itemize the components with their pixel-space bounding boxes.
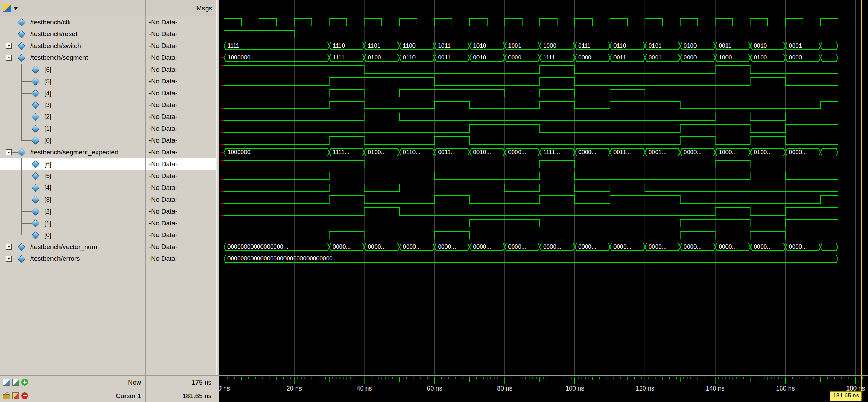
msgs-cell[interactable]: -No Data- [146,64,216,75]
signal-tree-subitem[interactable]: [4] [0,87,145,99]
bus-segment [540,54,575,62]
msgs-cell[interactable]: -No Data- [146,170,216,182]
cursor-row-icons [3,392,28,399]
msgs-cell[interactable]: -No Data- [146,75,216,87]
waveform-canvas[interactable]: 1111111011011100101110101001100001110110… [219,0,868,375]
cursor1-row[interactable]: Cursor 1 181.65 ns [0,389,219,402]
signal-tree-subitem[interactable]: [0] [0,135,145,146]
signal-tree-subitem[interactable]: [0] [0,229,145,241]
bus-segment [364,243,400,251]
msgs-header-label: Msgs [196,5,212,12]
bit-wave [224,231,838,239]
dropdown-caret-icon[interactable] [14,7,18,10]
bus-segment [224,54,329,62]
tree-connector [21,188,32,188]
add-icon[interactable] [21,379,28,386]
wave-logo-icon[interactable] [3,4,11,12]
tick-label: 80 ns [497,385,512,392]
tree-connector [21,223,32,224]
collapse-toggle[interactable]: - [6,149,12,155]
signal-tree-item[interactable]: /testbench/clk [0,16,145,28]
bus-segment [364,148,400,156]
tree-connector [12,58,18,58]
tick-label: 160 ns [776,385,795,392]
panel-splitter[interactable] [216,0,219,375]
tick-label: 120 ns [636,385,654,392]
tree-connector [21,229,22,235]
signal-diamond-icon [18,55,24,61]
cursor-time-box[interactable]: 181.65 ns [830,391,862,401]
insert-mode-icon[interactable] [12,379,19,386]
signal-name-label: [2] [44,208,51,215]
signal-diamond-icon [18,244,24,250]
signal-tree-subitem[interactable]: [5] [0,170,145,182]
remove-cursor-icon[interactable] [21,392,28,399]
signal-diamond-icon [18,19,24,25]
bus-segment [610,42,645,50]
bus-segment [715,243,750,251]
signal-name-label: [5] [44,172,51,180]
bit-wave [224,30,838,38]
signal-tree-item[interactable]: +/testbench/vector_num [0,241,145,253]
bus-segment [820,243,838,251]
signal-name-label: [4] [44,184,51,192]
edit-cursor-icon[interactable] [12,392,19,399]
msgs-column-header[interactable]: Msgs [146,0,216,16]
msgs-cell[interactable]: -No Data- [146,99,216,111]
signal-tree-item[interactable]: /testbench/reset [0,28,145,40]
signal-tree-subitem[interactable]: [2] [0,206,145,217]
collapse-toggle[interactable]: - [6,55,12,61]
signal-tree-subitem[interactable]: [2] [0,111,145,123]
signal-tree-subitem[interactable]: [5] [0,75,145,87]
expand-toggle[interactable]: + [6,256,12,262]
msgs-cell[interactable]: -No Data- [146,16,216,28]
signal-tree-subitem[interactable]: [6] [0,158,145,170]
signal-tree-subitem[interactable]: [3] [0,194,145,206]
signal-tree-subitem[interactable]: [6] [0,64,145,75]
signal-tree-subitem[interactable]: [1] [0,123,145,135]
lock-icon[interactable] [3,394,10,399]
msgs-cell[interactable]: -No Data- [146,28,216,40]
msgs-cell[interactable]: -No Data- [146,40,216,52]
msgs-cell[interactable]: -No Data- [146,194,216,206]
msgs-cell[interactable]: -No Data- [146,123,216,135]
msgs-cell[interactable]: -No Data- [146,146,216,158]
msgs-cell[interactable]: -No Data- [146,217,216,229]
signal-tree-subitem[interactable]: [4] [0,182,145,194]
msgs-rows: -No Data--No Data--No Data--No Data--No … [146,16,216,265]
expand-toggle[interactable]: + [6,244,12,250]
signal-tree-item[interactable]: +/testbench/errors [0,253,145,265]
signal-tree-subitem[interactable]: [3] [0,99,145,111]
msgs-cell[interactable]: -No Data- [146,135,216,146]
bus-segment [785,42,820,50]
tick-label: 100 ns [565,385,584,392]
now-row-icons [3,379,28,386]
msgs-cell[interactable]: -No Data- [146,206,216,217]
signal-tree-subitem[interactable]: [1] [0,217,145,229]
msgs-cell[interactable]: -No Data- [146,229,216,241]
expand-toggle[interactable]: + [6,43,12,49]
signal-diamond-icon [18,31,24,37]
msgs-cell[interactable]: -No Data- [146,87,216,99]
signal-name-label: /testbench/segment [30,54,88,62]
signal-tree-item[interactable]: -/testbench/segment [0,52,145,64]
wave-window: /testbench/clk/testbench/reset+/testbenc… [0,0,868,402]
msgs-cell[interactable]: -No Data- [146,182,216,194]
signal-name-label: /testbench/segment_expected [30,148,119,156]
bus-segment [540,42,575,50]
msgs-cell[interactable]: -No Data- [146,158,216,170]
edit-mode-icon[interactable] [3,379,10,386]
msgs-cell[interactable]: -No Data- [146,111,216,123]
msgs-panel: Msgs -No Data--No Data--No Data--No Data… [146,0,216,375]
msgs-cell[interactable]: -No Data- [146,253,216,265]
bus-segment [785,243,820,251]
tree-connector [21,200,32,200]
signal-tree-item[interactable]: +/testbench/switch [0,40,145,52]
signal-tree-item[interactable]: -/testbench/segment_expected [0,146,145,158]
timeline-ruler[interactable]: 0 ns20 ns40 ns60 ns80 ns100 ns120 ns140 … [219,376,868,402]
msgs-cell[interactable]: -No Data- [146,241,216,253]
cursor-line[interactable] [861,0,862,375]
now-row[interactable]: Now 175 ns [0,376,219,389]
bus-segment [785,54,820,62]
msgs-cell[interactable]: -No Data- [146,52,216,64]
